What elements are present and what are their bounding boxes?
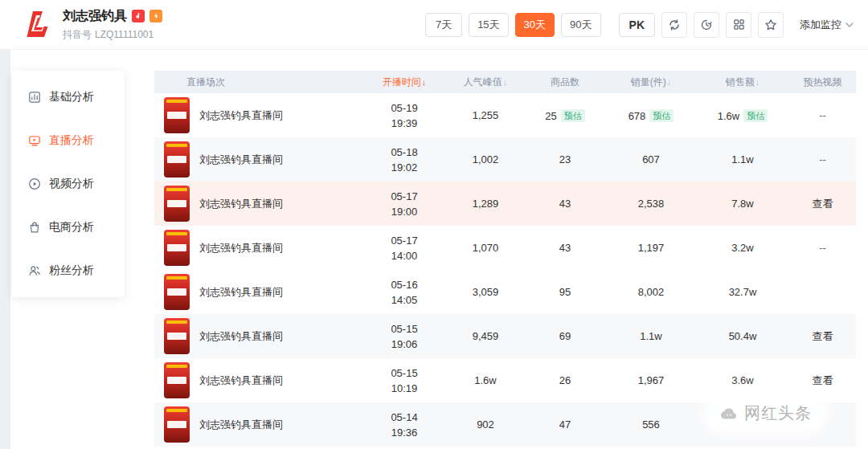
- sales-volume-value: 8,002: [638, 286, 665, 298]
- sales-amount-cell: 3.2w: [696, 242, 789, 254]
- live-room-name: 刘志强钓具直播间: [199, 329, 283, 344]
- range-button-90d[interactable]: 90天: [561, 13, 600, 37]
- sidebar-item-basic-analysis[interactable]: 基础分析: [12, 76, 125, 119]
- sales-volume-cell: 607: [606, 153, 696, 165]
- table-row[interactable]: 刘志强钓具直播间 05-19 19:39 1,255 25预估 678预估 1.…: [154, 93, 856, 137]
- sales-amount-value: 32.7w: [729, 286, 757, 298]
- fans-icon: [28, 264, 41, 277]
- peak-viewers-value: 9,459: [473, 330, 499, 342]
- preheat-video-cell: 查看: [789, 197, 856, 211]
- live-cover-thumbnail[interactable]: [164, 186, 190, 222]
- live-cover-thumbnail[interactable]: [164, 318, 190, 354]
- live-cover-thumbnail[interactable]: [164, 274, 190, 310]
- peak-viewers-cell: 3,059: [447, 286, 524, 298]
- start-clock: 19:06: [362, 337, 447, 352]
- overview-grid-icon: [733, 18, 745, 31]
- history-button[interactable]: [694, 12, 719, 38]
- table-row[interactable]: 刘志强钓具直播间 05-15 10:19 1.6w 26 1,967 3.6w …: [154, 358, 856, 402]
- preheat-video-value[interactable]: 查看: [813, 374, 833, 386]
- live-cover-thumbnail[interactable]: [164, 97, 190, 133]
- column-header-session: 直播场次: [154, 76, 362, 89]
- start-clock: 14:00: [362, 248, 447, 263]
- start-clock: 19:36: [362, 425, 447, 440]
- range-button-7d[interactable]: 7天: [425, 13, 462, 37]
- favorite-star-button[interactable]: [758, 12, 784, 38]
- live-room-name: 刘志强钓具直播间: [199, 418, 283, 432]
- session-cell: 刘志强钓具直播间: [154, 318, 362, 354]
- table-row[interactable]: 刘志强钓具直播间 05-15 19:06 9,459 69 1.1w 50.4w…: [154, 314, 856, 358]
- preheat-video-value[interactable]: 查看: [813, 330, 833, 342]
- product-count-cell: 95: [524, 286, 606, 298]
- pk-compare-button[interactable]: PK: [619, 13, 655, 37]
- column-header-sales-amount[interactable]: 销售额↓: [696, 76, 789, 89]
- sales-volume-cell: 1,967: [606, 374, 696, 386]
- peak-viewers-value: 902: [477, 418, 494, 431]
- sales-amount-cell: 50.4w: [696, 330, 789, 342]
- start-date: 05-17: [362, 189, 447, 204]
- start-time-cell: 05-18 19:02: [362, 145, 447, 175]
- session-cell: 刘志强钓具直播间: [154, 406, 362, 443]
- watermark-text: 网红头条: [744, 402, 812, 424]
- sidebar-item-label: 直播分析: [49, 133, 94, 148]
- product-count-cell: 43: [524, 242, 606, 254]
- peak-viewers-value: 3,059: [473, 286, 499, 298]
- live-room-name: 刘志强钓具直播间: [199, 153, 283, 167]
- sidebar-item-fans-analysis[interactable]: 粉丝分析: [12, 249, 125, 292]
- session-cell: 刘志强钓具直播间: [154, 141, 362, 178]
- live-cover-thumbnail[interactable]: [164, 362, 190, 398]
- range-button-15d[interactable]: 15天: [469, 13, 508, 37]
- sidebar-item-live-analysis[interactable]: 直播分析: [12, 119, 125, 162]
- live-room-name: 刘志强钓具直播间: [199, 241, 283, 255]
- start-time-cell: 05-14 19:36: [362, 410, 447, 440]
- table-row[interactable]: 刘志强钓具直播间 05-17 19:00 1,289 43 2,538 7.8w…: [154, 182, 856, 226]
- start-date: 05-15: [362, 365, 447, 381]
- column-header-peak-viewers[interactable]: 人气峰值↓: [447, 76, 524, 89]
- table-row[interactable]: 刘志强钓具直播间 05-16 14:05 3,059 95 8,002 32.7…: [154, 270, 856, 314]
- account-label: 抖音号: [63, 29, 92, 40]
- start-time-cell: 05-17 14:00: [362, 233, 447, 263]
- sales-volume-cell: 678预估: [606, 109, 696, 122]
- estimate-badge: 预估: [561, 109, 585, 122]
- live-cover-thumbnail[interactable]: [164, 406, 190, 443]
- live-cover-thumbnail[interactable]: [164, 230, 190, 266]
- start-clock: 19:39: [362, 116, 447, 131]
- preheat-video-cell: --: [789, 242, 856, 254]
- sidebar-item-video-analysis[interactable]: 视频分析: [12, 162, 125, 206]
- table-row[interactable]: 刘志强钓具直播间 05-18 19:02 1,002 23 607 1.1w -…: [154, 137, 856, 182]
- sales-amount-value: 50.4w: [729, 330, 757, 342]
- sales-amount-value: 1.6w: [718, 110, 739, 122]
- column-header-start-time[interactable]: 开播时间↓: [362, 76, 447, 89]
- product-count-value: 43: [559, 242, 571, 254]
- table-row[interactable]: 刘志强钓具直播间 05-17 14:00 1,070 43 1,197 3.2w…: [154, 226, 856, 270]
- preheat-video-value: --: [819, 109, 826, 121]
- product-count-cell: 25预估: [524, 109, 606, 122]
- preheat-video-value[interactable]: 查看: [813, 198, 833, 210]
- brand-logo: [21, 9, 53, 41]
- sort-desc-icon: ↓: [667, 77, 672, 87]
- sidebar-item-ecommerce-analysis[interactable]: 电商分析: [12, 206, 125, 249]
- add-monitor-button[interactable]: 添加监控: [800, 18, 854, 32]
- peak-viewers-cell: 902: [447, 418, 524, 431]
- sales-amount-value: 3.6w: [731, 374, 753, 386]
- peak-viewers-cell: 1,002: [447, 153, 524, 165]
- play-circle-icon: [28, 178, 41, 190]
- sales-amount-value: 7.8w: [731, 198, 753, 210]
- douyin-note-badge-icon: [132, 10, 145, 22]
- sales-volume-value: 607: [642, 153, 660, 165]
- peak-viewers-value: 1,002: [473, 153, 499, 165]
- product-count-value: 26: [559, 374, 571, 386]
- column-header-product-count: 商品数: [524, 76, 606, 89]
- refresh-button[interactable]: [661, 12, 687, 38]
- column-header-sales-volume[interactable]: 销量(件)↓: [606, 76, 696, 89]
- product-count-value: 23: [559, 153, 571, 165]
- peak-viewers-cell: 1.6w: [447, 374, 524, 386]
- left-gutter: [0, 50, 10, 449]
- product-count-cell: 47: [524, 418, 606, 431]
- add-monitor-label: 添加监控: [800, 18, 841, 32]
- overview-grid-button[interactable]: [726, 12, 751, 38]
- sales-volume-cell: 2,538: [606, 198, 696, 210]
- sales-volume-cell: 1,197: [606, 242, 696, 254]
- start-clock: 19:00: [362, 204, 447, 219]
- range-button-30d[interactable]: 30天: [515, 13, 555, 37]
- live-cover-thumbnail[interactable]: [164, 141, 190, 178]
